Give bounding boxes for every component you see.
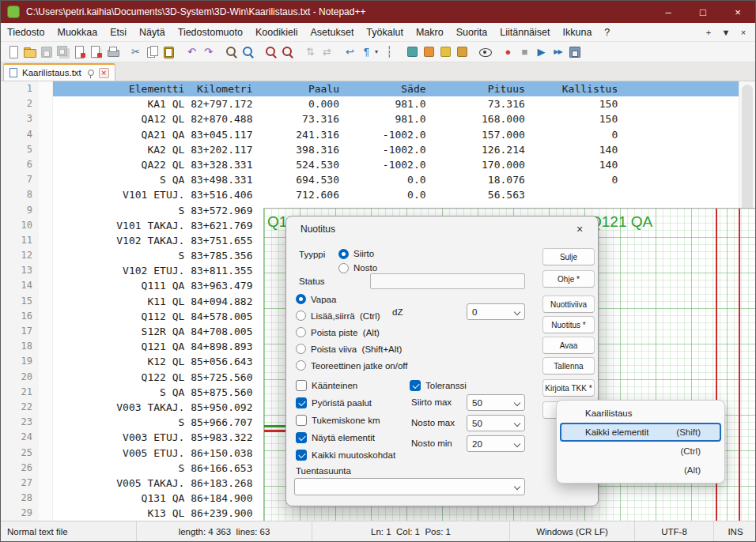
dialog-close-icon[interactable]: ×: [568, 223, 592, 235]
menu-item[interactable]: Tiedosto: [1, 24, 51, 41]
encoding[interactable]: UTF-8: [635, 521, 714, 541]
dz-combobox[interactable]: 0: [467, 303, 525, 320]
dialog-button[interactable]: Ohje *: [542, 270, 595, 288]
menu-item[interactable]: Ikkuna: [557, 24, 599, 41]
nosto-radio[interactable]: Nosto: [338, 262, 377, 274]
close-file-icon[interactable]: [72, 44, 87, 59]
toleranssi-checkbox[interactable]: Toleranssi: [410, 379, 467, 392]
replace-icon[interactable]: [240, 44, 255, 59]
macro-run-multiple-icon[interactable]: ▶▶: [550, 44, 565, 59]
menu-item[interactable]: Työkalut: [360, 24, 410, 41]
tuentasuunta-combobox[interactable]: [294, 478, 525, 495]
line-text[interactable]: KA2 QL 83+202.117 398.316 -1002.0 126.21…: [53, 142, 756, 157]
dialog-button[interactable]: Kirjoita TKK *: [542, 379, 595, 397]
close-button[interactable]: ×: [720, 1, 755, 23]
dialog-button[interactable]: Sulje: [542, 248, 595, 265]
nosto-max-combobox[interactable]: 50: [467, 415, 525, 431]
menu-item[interactable]: ?: [598, 24, 616, 41]
dialog-button[interactable]: Avaa: [542, 337, 595, 354]
undo-icon[interactable]: ↶: [184, 44, 199, 59]
nosto-min-combobox[interactable]: 20: [467, 435, 525, 452]
dropdown-arrow-icon[interactable]: ▾: [372, 44, 380, 59]
cut-icon[interactable]: ✂: [128, 44, 143, 59]
document-map-icon[interactable]: [421, 44, 437, 59]
dialog-button[interactable]: Nuottiviiva: [542, 295, 595, 313]
siirto-max-combobox[interactable]: 50: [467, 394, 525, 411]
kaikki-muutoskohdat-label: Kaikki muutoskohdat: [312, 450, 395, 460]
save-icon[interactable]: [39, 44, 54, 59]
kaanteinen-checkbox[interactable]: Käänteinen: [296, 379, 357, 392]
tab-list-button[interactable]: ▼: [717, 28, 735, 37]
copy-icon[interactable]: [145, 44, 160, 59]
dialog-button[interactable]: Tallenna: [542, 357, 595, 375]
context-menu-item[interactable]: (Alt): [560, 461, 721, 480]
line-text[interactable]: QA12 QL 82+870.488 73.316 981.0 168.000 …: [53, 111, 756, 126]
paste-icon[interactable]: [161, 44, 176, 59]
line-text[interactable]: KA1 QL 82+797.172 0.000 981.0 73.316 150: [53, 96, 756, 111]
context-menu-item[interactable]: Kaikki elementit (Shift): [560, 423, 721, 442]
context-menu-item[interactable]: Kaarilistaus: [560, 404, 721, 423]
document-list-icon[interactable]: [438, 44, 453, 59]
menu-item[interactable]: Koodikieli: [249, 24, 304, 41]
status-field[interactable]: [370, 273, 525, 289]
line-text[interactable]: V101 ETUJ. 83+516.406 712.606 0.0 56.563: [53, 187, 756, 202]
zoom-in-icon[interactable]: [263, 44, 278, 59]
dialog-titlebar[interactable]: Nuotitus ×: [286, 216, 598, 242]
macro-play-icon[interactable]: ▶: [534, 44, 549, 59]
mode-radio[interactable]: Vapaa: [296, 291, 408, 307]
minimize-button[interactable]: –: [651, 1, 686, 23]
zoom-out-icon[interactable]: [280, 44, 295, 59]
close-all-icon[interactable]: [89, 44, 104, 59]
maximize-button[interactable]: □: [686, 1, 720, 23]
line-text[interactable]: Elementti Kilometri Paalu Säde Pituus Ka…: [53, 81, 756, 96]
kaikki-muutoskohdat-checkbox[interactable]: Kaikki muutoskohdat: [296, 449, 395, 461]
macro-record-icon[interactable]: ●: [501, 44, 516, 59]
menu-item[interactable]: Etsi: [104, 24, 133, 41]
new-file-icon[interactable]: [6, 44, 21, 59]
sync-horizontal-icon[interactable]: ⇄: [319, 44, 335, 59]
print-icon[interactable]: [105, 44, 120, 59]
line-text[interactable]: QA21 QA 83+045.117 241.316 -1002.0 157.0…: [53, 127, 756, 142]
insert-mode[interactable]: INS: [714, 521, 756, 541]
tab-close-icon[interactable]: ×: [99, 68, 109, 78]
eol-format[interactable]: Windows (CR LF): [510, 521, 635, 541]
word-wrap-icon[interactable]: ↩: [342, 44, 357, 59]
pin-icon[interactable]: [88, 70, 94, 76]
title-bar[interactable]: C:\Users\petri.kaihia\Documents\3D-Syste…: [1, 1, 755, 23]
close-tab-button[interactable]: ×: [735, 28, 752, 37]
redo-icon[interactable]: ↷: [201, 44, 216, 59]
menu-item[interactable]: Asetukset: [304, 24, 360, 41]
chevron-down-icon: [514, 441, 520, 447]
function-list-icon[interactable]: [405, 44, 420, 59]
mode-radio[interactable]: Poista piste (Alt): [296, 324, 408, 341]
menu-item[interactable]: Liitännäiset: [493, 24, 556, 41]
line-text[interactable]: S QA 83+498.331 694.530 0.0 18.076 0: [53, 172, 756, 187]
context-menu-item[interactable]: (Ctrl): [560, 442, 721, 461]
pyorista-paalut-checkbox[interactable]: Pyöristä paalut: [296, 397, 372, 409]
save-all-icon[interactable]: [55, 44, 70, 59]
line-text[interactable]: QA22 QL 83+328.331 524.530 -1002.0 170.0…: [53, 157, 756, 172]
line-number: 7: [1, 172, 39, 187]
menu-item[interactable]: Muokkaa: [51, 24, 104, 41]
macro-save-icon[interactable]: [567, 44, 582, 59]
tukemiskone-km-checkbox[interactable]: Tukemiskone km: [296, 414, 380, 427]
menu-item[interactable]: Tiedostomuoto: [172, 24, 249, 41]
indent-guide-icon[interactable]: ┆: [382, 44, 397, 59]
folder-workspace-icon[interactable]: [455, 44, 470, 59]
menu-item[interactable]: Suorita: [450, 24, 494, 41]
new-tab-button[interactable]: +: [700, 28, 717, 37]
dialog-button[interactable]: Nuotitus *: [542, 316, 595, 333]
mode-radio[interactable]: Teoreettinen jatke on/off: [296, 357, 408, 374]
siirto-radio[interactable]: Siirto: [338, 247, 374, 260]
menu-item[interactable]: Makro: [410, 24, 450, 41]
mode-radio[interactable]: Lisää,siirrä (Ctrl): [296, 307, 408, 324]
menu-item[interactable]: Näytä: [133, 24, 172, 41]
nayta-elementit-checkbox[interactable]: Näytä elementit: [296, 431, 375, 444]
mode-radio[interactable]: Poista viiva (Shift+Alt): [296, 341, 408, 357]
find-icon[interactable]: [224, 44, 239, 59]
monitoring-icon[interactable]: [478, 44, 493, 59]
sync-vertical-icon[interactable]: ⇅: [303, 44, 318, 59]
open-folder-icon[interactable]: [22, 44, 37, 59]
macro-stop-icon[interactable]: ■: [517, 44, 532, 59]
tab-kaarilistaus[interactable]: Kaarilistaus.txt ×: [3, 63, 115, 81]
